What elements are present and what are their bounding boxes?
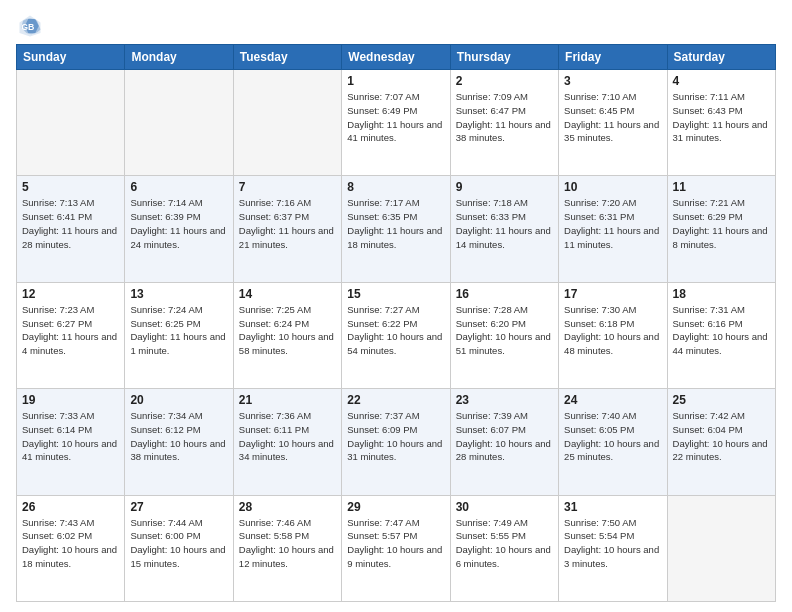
day-cell: 1Sunrise: 7:07 AM Sunset: 6:49 PM Daylig…	[342, 70, 450, 176]
day-number: 12	[22, 287, 119, 301]
week-row-3: 12Sunrise: 7:23 AM Sunset: 6:27 PM Dayli…	[17, 282, 776, 388]
day-number: 20	[130, 393, 227, 407]
day-cell: 24Sunrise: 7:40 AM Sunset: 6:05 PM Dayli…	[559, 389, 667, 495]
day-number: 15	[347, 287, 444, 301]
day-cell: 14Sunrise: 7:25 AM Sunset: 6:24 PM Dayli…	[233, 282, 341, 388]
day-info: Sunrise: 7:46 AM Sunset: 5:58 PM Dayligh…	[239, 516, 336, 571]
day-info: Sunrise: 7:28 AM Sunset: 6:20 PM Dayligh…	[456, 303, 553, 358]
day-number: 7	[239, 180, 336, 194]
day-number: 18	[673, 287, 770, 301]
day-number: 24	[564, 393, 661, 407]
day-info: Sunrise: 7:09 AM Sunset: 6:47 PM Dayligh…	[456, 90, 553, 145]
day-cell: 29Sunrise: 7:47 AM Sunset: 5:57 PM Dayli…	[342, 495, 450, 601]
day-cell: 2Sunrise: 7:09 AM Sunset: 6:47 PM Daylig…	[450, 70, 558, 176]
day-info: Sunrise: 7:10 AM Sunset: 6:45 PM Dayligh…	[564, 90, 661, 145]
calendar-table: SundayMondayTuesdayWednesdayThursdayFrid…	[16, 44, 776, 602]
day-cell	[125, 70, 233, 176]
day-number: 6	[130, 180, 227, 194]
day-info: Sunrise: 7:37 AM Sunset: 6:09 PM Dayligh…	[347, 409, 444, 464]
weekday-header-sunday: Sunday	[17, 45, 125, 70]
day-info: Sunrise: 7:36 AM Sunset: 6:11 PM Dayligh…	[239, 409, 336, 464]
day-cell: 26Sunrise: 7:43 AM Sunset: 6:02 PM Dayli…	[17, 495, 125, 601]
weekday-header-wednesday: Wednesday	[342, 45, 450, 70]
day-info: Sunrise: 7:17 AM Sunset: 6:35 PM Dayligh…	[347, 196, 444, 251]
day-cell: 23Sunrise: 7:39 AM Sunset: 6:07 PM Dayli…	[450, 389, 558, 495]
day-number: 3	[564, 74, 661, 88]
day-cell: 10Sunrise: 7:20 AM Sunset: 6:31 PM Dayli…	[559, 176, 667, 282]
day-number: 11	[673, 180, 770, 194]
day-number: 17	[564, 287, 661, 301]
day-info: Sunrise: 7:47 AM Sunset: 5:57 PM Dayligh…	[347, 516, 444, 571]
day-info: Sunrise: 7:18 AM Sunset: 6:33 PM Dayligh…	[456, 196, 553, 251]
day-number: 22	[347, 393, 444, 407]
day-info: Sunrise: 7:14 AM Sunset: 6:39 PM Dayligh…	[130, 196, 227, 251]
day-cell: 15Sunrise: 7:27 AM Sunset: 6:22 PM Dayli…	[342, 282, 450, 388]
header: GB	[16, 12, 776, 40]
day-info: Sunrise: 7:30 AM Sunset: 6:18 PM Dayligh…	[564, 303, 661, 358]
week-row-1: 1Sunrise: 7:07 AM Sunset: 6:49 PM Daylig…	[17, 70, 776, 176]
day-info: Sunrise: 7:44 AM Sunset: 6:00 PM Dayligh…	[130, 516, 227, 571]
weekday-header-row: SundayMondayTuesdayWednesdayThursdayFrid…	[17, 45, 776, 70]
day-cell: 6Sunrise: 7:14 AM Sunset: 6:39 PM Daylig…	[125, 176, 233, 282]
day-cell: 7Sunrise: 7:16 AM Sunset: 6:37 PM Daylig…	[233, 176, 341, 282]
day-info: Sunrise: 7:25 AM Sunset: 6:24 PM Dayligh…	[239, 303, 336, 358]
day-info: Sunrise: 7:34 AM Sunset: 6:12 PM Dayligh…	[130, 409, 227, 464]
day-info: Sunrise: 7:33 AM Sunset: 6:14 PM Dayligh…	[22, 409, 119, 464]
day-number: 29	[347, 500, 444, 514]
day-info: Sunrise: 7:42 AM Sunset: 6:04 PM Dayligh…	[673, 409, 770, 464]
weekday-header-friday: Friday	[559, 45, 667, 70]
day-cell: 9Sunrise: 7:18 AM Sunset: 6:33 PM Daylig…	[450, 176, 558, 282]
day-info: Sunrise: 7:20 AM Sunset: 6:31 PM Dayligh…	[564, 196, 661, 251]
day-number: 31	[564, 500, 661, 514]
day-number: 26	[22, 500, 119, 514]
day-number: 23	[456, 393, 553, 407]
day-number: 1	[347, 74, 444, 88]
weekday-header-tuesday: Tuesday	[233, 45, 341, 70]
day-info: Sunrise: 7:39 AM Sunset: 6:07 PM Dayligh…	[456, 409, 553, 464]
day-info: Sunrise: 7:21 AM Sunset: 6:29 PM Dayligh…	[673, 196, 770, 251]
day-number: 27	[130, 500, 227, 514]
day-cell	[667, 495, 775, 601]
day-number: 9	[456, 180, 553, 194]
week-row-5: 26Sunrise: 7:43 AM Sunset: 6:02 PM Dayli…	[17, 495, 776, 601]
day-cell: 3Sunrise: 7:10 AM Sunset: 6:45 PM Daylig…	[559, 70, 667, 176]
day-cell: 12Sunrise: 7:23 AM Sunset: 6:27 PM Dayli…	[17, 282, 125, 388]
day-number: 28	[239, 500, 336, 514]
day-info: Sunrise: 7:13 AM Sunset: 6:41 PM Dayligh…	[22, 196, 119, 251]
day-number: 21	[239, 393, 336, 407]
day-cell: 18Sunrise: 7:31 AM Sunset: 6:16 PM Dayli…	[667, 282, 775, 388]
day-cell	[17, 70, 125, 176]
page: GB SundayMondayTuesdayWednesdayThursdayF…	[0, 0, 792, 612]
day-number: 10	[564, 180, 661, 194]
logo: GB	[16, 12, 48, 40]
week-row-2: 5Sunrise: 7:13 AM Sunset: 6:41 PM Daylig…	[17, 176, 776, 282]
day-number: 2	[456, 74, 553, 88]
svg-text:GB: GB	[21, 22, 34, 32]
day-cell: 22Sunrise: 7:37 AM Sunset: 6:09 PM Dayli…	[342, 389, 450, 495]
day-info: Sunrise: 7:07 AM Sunset: 6:49 PM Dayligh…	[347, 90, 444, 145]
weekday-header-monday: Monday	[125, 45, 233, 70]
day-info: Sunrise: 7:43 AM Sunset: 6:02 PM Dayligh…	[22, 516, 119, 571]
day-number: 30	[456, 500, 553, 514]
day-cell: 21Sunrise: 7:36 AM Sunset: 6:11 PM Dayli…	[233, 389, 341, 495]
day-number: 5	[22, 180, 119, 194]
day-cell: 16Sunrise: 7:28 AM Sunset: 6:20 PM Dayli…	[450, 282, 558, 388]
day-cell: 17Sunrise: 7:30 AM Sunset: 6:18 PM Dayli…	[559, 282, 667, 388]
day-number: 16	[456, 287, 553, 301]
day-cell: 27Sunrise: 7:44 AM Sunset: 6:00 PM Dayli…	[125, 495, 233, 601]
day-info: Sunrise: 7:50 AM Sunset: 5:54 PM Dayligh…	[564, 516, 661, 571]
day-cell: 25Sunrise: 7:42 AM Sunset: 6:04 PM Dayli…	[667, 389, 775, 495]
day-cell: 28Sunrise: 7:46 AM Sunset: 5:58 PM Dayli…	[233, 495, 341, 601]
day-info: Sunrise: 7:49 AM Sunset: 5:55 PM Dayligh…	[456, 516, 553, 571]
day-number: 19	[22, 393, 119, 407]
day-cell: 8Sunrise: 7:17 AM Sunset: 6:35 PM Daylig…	[342, 176, 450, 282]
day-cell: 19Sunrise: 7:33 AM Sunset: 6:14 PM Dayli…	[17, 389, 125, 495]
day-number: 4	[673, 74, 770, 88]
day-info: Sunrise: 7:16 AM Sunset: 6:37 PM Dayligh…	[239, 196, 336, 251]
day-cell: 11Sunrise: 7:21 AM Sunset: 6:29 PM Dayli…	[667, 176, 775, 282]
day-cell: 30Sunrise: 7:49 AM Sunset: 5:55 PM Dayli…	[450, 495, 558, 601]
day-info: Sunrise: 7:24 AM Sunset: 6:25 PM Dayligh…	[130, 303, 227, 358]
day-info: Sunrise: 7:11 AM Sunset: 6:43 PM Dayligh…	[673, 90, 770, 145]
day-cell: 31Sunrise: 7:50 AM Sunset: 5:54 PM Dayli…	[559, 495, 667, 601]
day-cell: 5Sunrise: 7:13 AM Sunset: 6:41 PM Daylig…	[17, 176, 125, 282]
